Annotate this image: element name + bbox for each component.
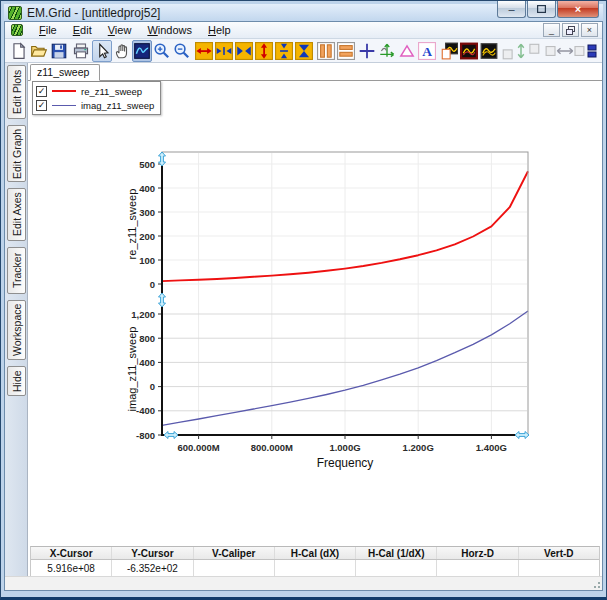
svg-text:-800: -800	[136, 430, 155, 441]
minimize-button[interactable]: –	[497, 1, 526, 18]
resize-grip[interactable]	[591, 579, 601, 589]
mdi-restore-button[interactable]	[562, 23, 579, 37]
text-annotation-icon: A	[418, 42, 436, 60]
svg-text:0: 0	[150, 279, 155, 290]
tab-z11-sweep[interactable]: z11_sweep	[30, 64, 100, 81]
caliper-triangle-icon	[398, 42, 416, 60]
title-bar[interactable]: EM.Grid - [untitledproj52] – ×	[4, 4, 603, 21]
plot-style-red-button[interactable]	[459, 40, 479, 62]
menu-file[interactable]: File	[31, 23, 65, 37]
plot-style-dark-icon	[480, 42, 498, 60]
copy-plot-button[interactable]	[439, 40, 459, 62]
h-fit-icon	[235, 42, 253, 60]
sidebar-item-workspace[interactable]: Workspace	[7, 300, 26, 360]
save-icon	[50, 42, 68, 60]
mdi-minimize-button[interactable]: _	[543, 23, 560, 37]
svg-text:A: A	[422, 43, 432, 58]
svg-text:1.200G: 1.200G	[403, 442, 434, 453]
caliper-triangle-button[interactable]	[397, 40, 417, 62]
zoom-out-icon	[173, 42, 191, 60]
legend-checkbox-imag[interactable]	[36, 100, 47, 111]
mdi-close-button[interactable]: ×	[581, 23, 598, 37]
svg-text:600.000M: 600.000M	[177, 442, 219, 453]
v-fit-button[interactable]	[294, 40, 314, 62]
save-button[interactable]	[49, 40, 69, 62]
menu-bar: File Edit View Windows Help _ ×	[5, 22, 602, 39]
value-hcal-dx	[275, 560, 356, 576]
document-logo-icon[interactable]	[11, 24, 23, 36]
maximize-button[interactable]	[527, 1, 556, 18]
split-vertical-button[interactable]	[316, 40, 336, 62]
crosshair-button[interactable]	[357, 40, 377, 62]
v-compress-button[interactable]	[274, 40, 294, 62]
zoom-in-icon	[153, 42, 171, 60]
close-button[interactable]: ×	[557, 1, 599, 18]
h-fit-button[interactable]	[234, 40, 254, 62]
svg-text:re_z11_sweep: re_z11_sweep	[126, 189, 138, 260]
legend-line-sample-re	[52, 90, 76, 92]
status-bar	[5, 576, 602, 590]
new-file-button[interactable]	[9, 40, 29, 62]
h-compress-button[interactable]	[214, 40, 234, 62]
v-expand-icon	[255, 42, 273, 60]
zoom-in-button[interactable]	[152, 40, 172, 62]
menu-edit[interactable]: Edit	[65, 23, 100, 37]
side-tab-strip: Edit Plots Edit Graph Edit Axes Tracker …	[5, 63, 27, 576]
plot-mode-button[interactable]	[132, 40, 152, 62]
svg-text:400: 400	[139, 183, 155, 194]
value-y-cursor: -6.352e+02	[112, 560, 193, 576]
legend-item: imag_z11_sweep	[36, 98, 154, 112]
open-file-icon	[30, 42, 48, 60]
axes-button[interactable]	[377, 40, 397, 62]
text-annotation-button[interactable]: A	[417, 40, 437, 62]
app-window: EM.Grid - [untitledproj52] – × File Edit…	[0, 0, 607, 600]
v-expand-button[interactable]	[254, 40, 274, 62]
axis-handle-icon	[159, 152, 166, 166]
print-button[interactable]	[71, 40, 91, 62]
sidebar-item-edit-axes[interactable]: Edit Axes	[7, 188, 26, 241]
mdi-restore-icon	[566, 26, 575, 35]
svg-text:400: 400	[139, 357, 155, 368]
plot-area[interactable]: re_z11_sweep imag_z11_sweep 010020030040…	[28, 81, 602, 546]
legend-line-sample-imag	[52, 105, 76, 106]
legend-checkbox-re[interactable]	[36, 86, 47, 97]
sidebar-item-tracker[interactable]: Tracker	[7, 247, 26, 294]
sidebar-item-edit-plots[interactable]: Edit Plots	[7, 65, 26, 119]
window-title: EM.Grid - [untitledproj52]	[27, 6, 160, 20]
svg-text:100: 100	[139, 255, 155, 266]
chart-canvas[interactable]: 0100200300400500re_z11_sweep-800-4000400…	[28, 81, 606, 549]
maximize-icon	[537, 5, 546, 13]
h-distribute-icon	[545, 42, 585, 60]
zoom-out-button[interactable]	[172, 40, 192, 62]
menu-help[interactable]: Help	[200, 23, 239, 37]
toolbar-handle[interactable]	[586, 40, 598, 62]
menu-view[interactable]: View	[100, 23, 140, 37]
plot-style-red-icon	[460, 42, 478, 60]
svg-text:1.000G: 1.000G	[329, 442, 360, 453]
legend-item: re_z11_sweep	[36, 84, 154, 98]
legend-label-re: re_z11_sweep	[81, 86, 142, 97]
svg-text:-400: -400	[136, 405, 155, 416]
pan-hand-button[interactable]	[112, 40, 132, 62]
axis-handle-icon	[164, 432, 178, 439]
pan-hand-icon	[113, 42, 131, 60]
svg-text:800: 800	[139, 333, 155, 344]
v-fit-icon	[295, 42, 313, 60]
legend-label-imag: imag_z11_sweep	[81, 100, 154, 111]
sidebar-item-hide[interactable]: Hide	[7, 366, 26, 396]
select-cursor-button[interactable]	[92, 40, 112, 62]
v-distribute-icon	[501, 42, 541, 60]
value-horz-d	[437, 560, 518, 576]
menu-windows[interactable]: Windows	[139, 23, 200, 37]
toolbar-handle-icon	[587, 43, 597, 59]
plot-mode-icon	[133, 42, 151, 60]
select-cursor-icon	[93, 42, 111, 60]
sidebar-item-edit-graph[interactable]: Edit Graph	[7, 125, 26, 182]
split-vertical-icon	[317, 42, 335, 60]
h-expand-button[interactable]	[194, 40, 214, 62]
plot-style-dark-button[interactable]	[479, 40, 499, 62]
open-file-button[interactable]	[29, 40, 49, 62]
h-compress-icon	[215, 42, 233, 60]
v-compress-icon	[275, 42, 293, 60]
split-horizontal-button[interactable]	[336, 40, 356, 62]
